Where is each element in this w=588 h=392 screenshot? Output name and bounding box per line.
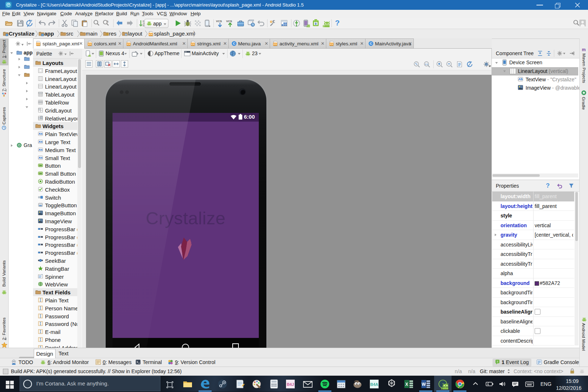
svg-text:VCS: VCS xyxy=(216,20,222,23)
svg-text:VCS: VCS xyxy=(226,20,232,23)
svg-text:1:1: 1:1 xyxy=(425,63,428,65)
svg-text:B4J: B4J xyxy=(287,382,294,387)
svg-text:A: A xyxy=(107,20,109,23)
svg-text:OK: OK xyxy=(39,172,42,175)
svg-text:B4A: B4A xyxy=(370,382,378,387)
svg-text:X: X xyxy=(405,382,408,387)
svg-text:OK: OK xyxy=(39,164,42,167)
svg-text:W: W xyxy=(422,382,426,387)
svg-text:!: ! xyxy=(497,360,498,363)
